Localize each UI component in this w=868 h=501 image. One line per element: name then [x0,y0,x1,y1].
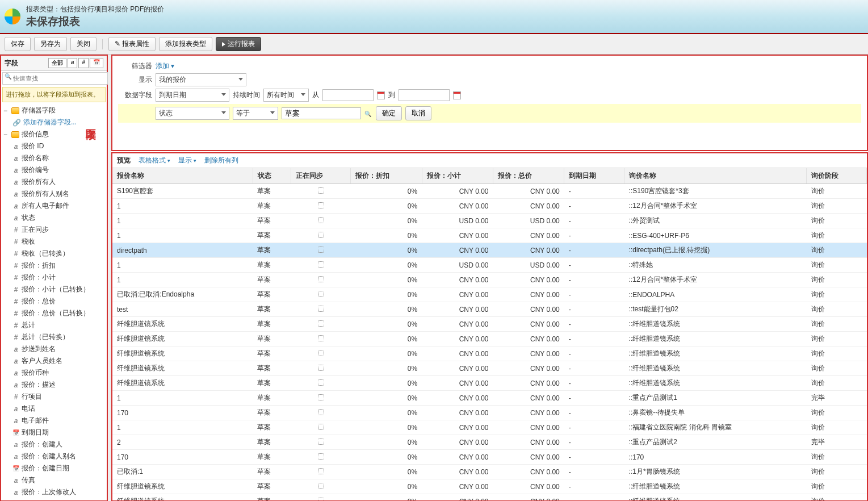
field-tree-item[interactable]: a报价所有人 [1,176,107,188]
field-tree-item[interactable]: a所有人电子邮件 [1,200,107,212]
close-button[interactable]: 关闭 [70,37,97,51]
field-tree-item[interactable]: #正在同步 [1,224,107,236]
table-row[interactable]: 2草案0%CNY 0.00CNY 0.00-::重点产品测试2完毕 [112,435,867,450]
field-tree-item[interactable]: a报价 ID [1,140,107,152]
sync-checkbox[interactable] [318,291,324,297]
table-row[interactable]: 1草案0%USD 0.00USD 0.00-::外贸测试询价 [112,214,867,228]
expand-icon[interactable]: − [3,107,9,115]
filter-ok-button[interactable]: 确定 [376,106,402,120]
show-link[interactable]: 显示 [178,156,196,165]
sync-checkbox[interactable] [318,276,324,282]
filter-field-select[interactable]: 状态 [156,107,229,120]
table-row[interactable]: S190宫腔套草案0%CNY 0.00CNY 0.00-::S190宫腔镜套*3… [112,184,867,199]
field-tree-item[interactable]: a客户人员姓名 [1,355,107,367]
field-tree-item[interactable]: a状态 [1,212,107,224]
field-tree-item[interactable]: a报价所有人别名 [1,188,107,200]
field-tree-item[interactable]: a报价编号 [1,164,107,176]
column-header[interactable]: 到期日期 [564,168,624,184]
add-filter-link[interactable]: 添加 ▾ [156,61,174,71]
sync-checkbox[interactable] [318,453,324,460]
table-row[interactable]: 170草案0%CNY 0.00CNY 0.00-::鼻窦镜--待提失单询价 [112,406,867,420]
table-row[interactable]: 纤维胆道镜系统草案0%CNY 0.00CNY 0.00-::纤维胆道镜系统询价 [112,361,867,376]
sync-checkbox[interactable] [318,320,324,327]
table-row[interactable]: 纤维胆道镜系统草案0%CNY 0.00CNY 0.00-::纤维胆道镜系统询价 [112,479,867,494]
field-tree-item[interactable]: #报价：总价（已转换） [1,307,107,319]
field-tree-item[interactable]: #税收（已转换） [1,248,107,260]
field-tree-item[interactable]: a报价：上次修改人别名 [1,498,107,500]
sync-checkbox[interactable] [318,379,324,386]
field-tree-item[interactable]: a报价币种 [1,367,107,379]
sync-checkbox[interactable] [318,261,324,268]
field-tree-item[interactable]: #总计（已转换） [1,331,107,343]
sync-checkbox[interactable] [318,217,324,223]
field-tree-item[interactable]: a报价：上次修改人 [1,486,107,498]
add-report-type-button[interactable]: 添加报表类型 [159,37,212,51]
filter-cancel-button[interactable]: 取消 [405,106,431,120]
table-row[interactable]: 纤维胆道镜系统草案0%CNY 0.00CNY 0.00-::纤维胆道镜系统询价 [112,376,867,391]
field-tree-item[interactable]: #总计 [1,319,107,331]
run-report-button[interactable]: 运行报表 [216,37,261,51]
sync-checkbox[interactable] [318,498,324,501]
table-row[interactable]: 纤维胆道镜系统草案0%CNY 0.00CNY 0.00-::纤维胆道镜系统询价 [112,332,867,346]
sync-checkbox[interactable] [318,232,324,238]
table-row[interactable]: 已取消:1草案0%CNY 0.00CNY 0.00-::1月*胃肠镜系统询价 [112,465,867,479]
table-row[interactable]: directpath草案0%CNY 0.00CNY 0.00-::directp… [112,243,867,258]
column-header[interactable]: 询价名称 [624,168,807,184]
filter-value-input[interactable] [282,107,361,119]
field-tree-item[interactable]: #报价：小计（已转换） [1,283,107,295]
field-tree-item[interactable]: a抄送到姓名 [1,343,107,355]
preview-grid[interactable]: 报价名称状态正在同步报价：折扣报价：小计报价：总价到期日期询价名称询价阶段 S1… [112,168,867,500]
sync-checkbox[interactable] [318,424,324,430]
sync-checkbox[interactable] [318,394,324,400]
sync-checkbox[interactable] [318,247,324,253]
table-format-link[interactable]: 表格格式 [139,156,170,165]
table-row[interactable]: 纤维胆道镜系统草案0%CNY 0.00CNY 0.00-::纤维胆道镜系统询价 [112,494,867,501]
field-tree-item[interactable]: a报价：创建人 [1,439,107,450]
table-row[interactable]: 1草案0%CNY 0.00CNY 0.00-::福建省立医院南院 消化科 胃镜室… [112,420,867,435]
remove-all-columns-link[interactable]: 删除所有列 [204,156,238,165]
field-tree-item[interactable]: a报价：描述 [1,379,107,391]
filter-text-button[interactable]: a [68,58,78,68]
field-tree-item[interactable]: a电子邮件 [1,415,107,427]
sync-checkbox[interactable] [318,187,324,194]
field-tree-item[interactable]: #报价：折扣 [1,260,107,272]
sync-checkbox[interactable] [318,409,324,415]
table-row[interactable]: 1草案0%CNY 0.00CNY 0.00-::12月合同*整体手术室询价 [112,273,867,287]
table-row[interactable]: 已取消:已取消:Endoalpha草案0%CNY 0.00CNY 0.00-::… [112,287,867,302]
table-row[interactable]: 纤维胆道镜系统草案0%CNY 0.00CNY 0.00-::纤维胆道镜系统询价 [112,346,867,361]
column-header[interactable]: 询价阶段 [807,168,867,184]
field-tree-item[interactable]: #税收 [1,236,107,248]
field-tree-item[interactable]: a传真 [1,474,107,486]
filter-op-select[interactable]: 等于 [233,107,278,120]
to-date-input[interactable] [399,89,450,101]
sync-checkbox[interactable] [318,483,324,489]
field-tree-item[interactable]: 📅到期日期 [1,427,107,439]
column-header[interactable]: 报价：总价 [493,168,564,184]
sync-checkbox[interactable] [318,335,324,341]
calendar-icon[interactable] [453,91,461,99]
field-tree-item[interactable]: #报价：小计 [1,272,107,283]
sync-checkbox[interactable] [318,306,324,312]
table-row[interactable]: 纤维胆道镜系统草案0%CNY 0.00CNY 0.00-::纤维胆道镜系统询价 [112,317,867,332]
date-field-select[interactable]: 到期日期 [156,89,229,102]
table-row[interactable]: 170草案0%CNY 0.00CNY 0.00-::170询价 [112,450,867,465]
lookup-icon[interactable] [364,110,372,118]
sync-checkbox[interactable] [318,439,324,445]
show-select[interactable]: 我的报价 [156,73,246,86]
field-tree-item[interactable]: −存储器字段 [1,105,107,116]
field-tree-item[interactable]: #行项目 [1,391,107,403]
field-tree-item[interactable]: a电话 [1,403,107,415]
from-date-input[interactable] [322,89,374,101]
column-header[interactable]: 正在同步 [291,168,351,184]
report-properties-button[interactable]: ✎ 报表属性 [108,37,156,51]
table-row[interactable]: 1草案0%USD 0.00USD 0.00-::特殊她询价 [112,258,867,273]
sync-checkbox[interactable] [318,202,324,208]
filter-all-button[interactable]: 全部 [48,58,66,68]
sync-checkbox[interactable] [318,468,324,474]
filter-date-button[interactable]: 📅 [90,58,103,68]
field-tree-item[interactable]: −报价信息 [1,128,107,140]
fields-search-input[interactable] [2,72,108,85]
column-header[interactable]: 报价：折扣 [351,168,422,184]
column-header[interactable]: 报价：小计 [422,168,493,184]
save-as-button[interactable]: 另存为 [34,37,67,51]
